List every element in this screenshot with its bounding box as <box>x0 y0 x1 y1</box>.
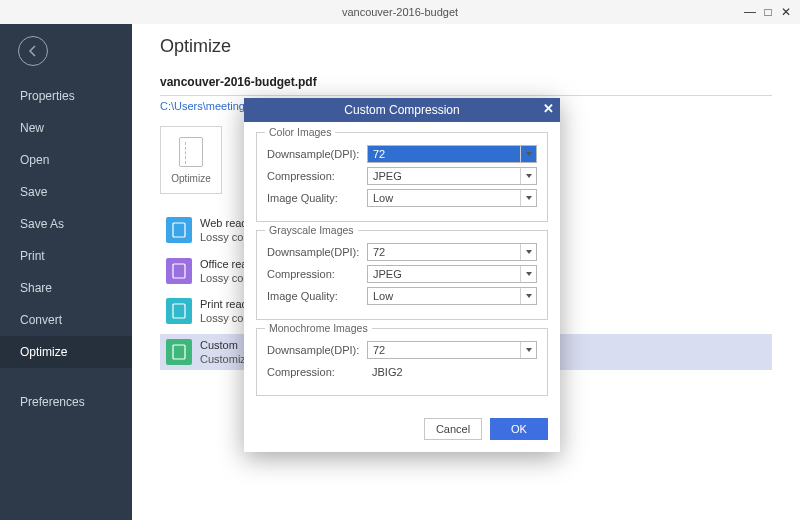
mono-compression-value: JBIG2 <box>367 363 537 381</box>
ok-button[interactable]: OK <box>490 418 548 440</box>
label-downsample: Downsample(DPI): <box>267 246 367 258</box>
group-color-images: Color Images Downsample(DPI): 72 Compres… <box>256 132 548 222</box>
group-legend: Monochrome Images <box>265 322 372 334</box>
label-compression: Compression: <box>267 170 367 182</box>
label-compression: Compression: <box>267 268 367 280</box>
label-downsample: Downsample(DPI): <box>267 344 367 356</box>
modal-overlay: Custom Compression ✕ Color Images Downsa… <box>0 0 800 520</box>
color-compression-select[interactable]: JPEG <box>367 167 537 185</box>
custom-compression-dialog: Custom Compression ✕ Color Images Downsa… <box>244 98 560 452</box>
label-downsample: Downsample(DPI): <box>267 148 367 160</box>
group-legend: Color Images <box>265 126 335 138</box>
label-quality: Image Quality: <box>267 290 367 302</box>
color-quality-select[interactable]: Low <box>367 189 537 207</box>
chevron-down-icon <box>520 146 536 162</box>
chevron-down-icon <box>520 244 536 260</box>
group-legend: Grayscale Images <box>265 224 358 236</box>
mono-downsample-select[interactable]: 72 <box>367 341 537 359</box>
group-grayscale-images: Grayscale Images Downsample(DPI): 72 Com… <box>256 230 548 320</box>
dialog-close-button[interactable]: ✕ <box>543 101 554 116</box>
cancel-button[interactable]: Cancel <box>424 418 482 440</box>
label-compression: Compression: <box>267 366 367 378</box>
chevron-down-icon <box>520 288 536 304</box>
chevron-down-icon <box>520 168 536 184</box>
dialog-title: Custom Compression <box>344 103 459 117</box>
color-downsample-select[interactable]: 72 <box>367 145 537 163</box>
chevron-down-icon <box>520 190 536 206</box>
label-quality: Image Quality: <box>267 192 367 204</box>
gray-compression-select[interactable]: JPEG <box>367 265 537 283</box>
chevron-down-icon <box>520 266 536 282</box>
gray-downsample-select[interactable]: 72 <box>367 243 537 261</box>
gray-quality-select[interactable]: Low <box>367 287 537 305</box>
chevron-down-icon <box>520 342 536 358</box>
group-monochrome-images: Monochrome Images Downsample(DPI): 72 Co… <box>256 328 548 396</box>
dialog-header: Custom Compression ✕ <box>244 98 560 122</box>
